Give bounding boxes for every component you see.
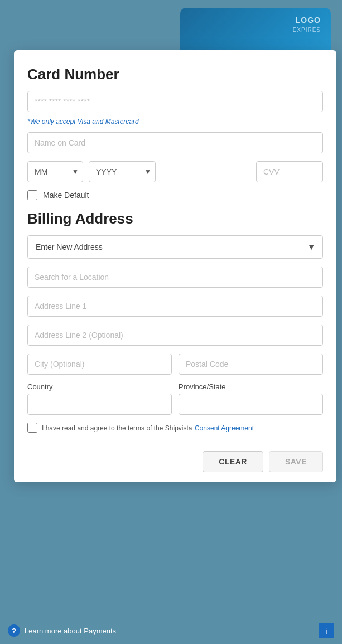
month-select[interactable]: MM 01020304 05060708 09101112: [27, 161, 83, 182]
footer-buttons: CLEAR SAVE: [27, 443, 323, 482]
clear-button[interactable]: CLEAR: [203, 451, 263, 472]
info-button[interactable]: i: [319, 623, 334, 638]
cvv-input[interactable]: [256, 161, 323, 182]
save-button[interactable]: SAVE: [269, 451, 323, 472]
make-default-label: Make Default: [43, 191, 89, 200]
card-expires-label: EXPIRES: [293, 27, 321, 33]
address-line2-input[interactable]: [27, 325, 323, 346]
address-type-select[interactable]: Enter New Address: [27, 235, 323, 259]
year-select[interactable]: YYYY 2024202520262027 202820292030: [89, 161, 156, 182]
info-icon: i: [325, 626, 327, 636]
card-notice: *We only accept Visa and Mastercard: [27, 118, 323, 125]
consent-checkbox[interactable]: [27, 423, 37, 433]
country-label: Country: [27, 382, 172, 391]
card-logo-text: LOGO: [190, 16, 321, 25]
make-default-checkbox[interactable]: [27, 190, 37, 200]
card-number-input[interactable]: [27, 91, 323, 112]
bottom-bar: ? Learn more about Payments i: [0, 617, 342, 644]
province-input[interactable]: Ontario: [179, 394, 323, 415]
card-number-title: Card Number: [27, 66, 323, 83]
billing-address-title: Billing Address: [27, 210, 323, 227]
search-location-input[interactable]: [27, 267, 323, 288]
make-default-row: Make Default: [27, 190, 323, 200]
postal-code-input[interactable]: [179, 354, 323, 375]
year-select-wrapper: YYYY 2024202520262027 202820292030 ▼: [89, 161, 156, 182]
province-label: Province/State: [179, 382, 323, 391]
month-select-wrapper: MM 01020304 05060708 09101112 ▼: [27, 161, 83, 182]
bottom-bar-text: Learn more about Payments: [25, 627, 116, 635]
consent-text: I have read and agree to the terms of th…: [42, 424, 192, 432]
payment-form-modal: Card Number *We only accept Visa and Mas…: [14, 50, 336, 482]
address-line1-input[interactable]: [27, 296, 323, 317]
consent-row: I have read and agree to the terms of th…: [27, 423, 323, 443]
help-icon[interactable]: ?: [8, 624, 20, 637]
country-input[interactable]: Canada: [27, 394, 172, 415]
city-input[interactable]: [27, 354, 172, 375]
consent-link[interactable]: Consent Agreement: [195, 424, 254, 432]
name-on-card-input[interactable]: [27, 132, 323, 153]
address-select-wrapper: Enter New Address ▼: [27, 235, 323, 259]
